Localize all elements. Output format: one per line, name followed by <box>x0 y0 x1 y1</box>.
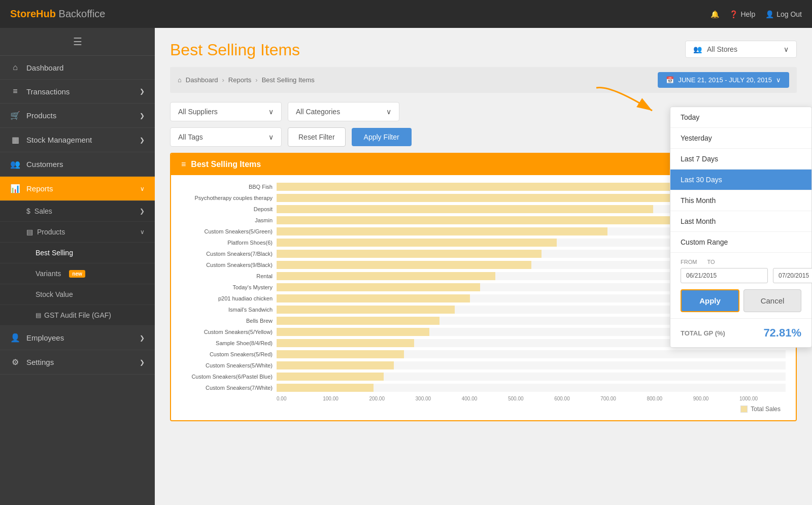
sidebar-item-gst[interactable]: ▤ GST Audit File (GAF) <box>0 305 155 326</box>
reports-icon: 📊 <box>10 184 20 193</box>
sidebar-item-dashboard[interactable]: ⌂ Dashboard <box>0 56 155 80</box>
dollar-icon: $ <box>26 207 30 215</box>
dropdown-option-last30[interactable]: Last 30 Days <box>670 170 811 190</box>
to-date-input[interactable] <box>773 268 812 283</box>
store-icon: 👥 <box>693 45 702 53</box>
bar-fill <box>277 373 384 381</box>
calendar-icon: 📅 <box>666 76 674 84</box>
sidebar-item-transactions[interactable]: ≡ Transactions ❯ <box>0 80 155 104</box>
brand-logo: StoreHub Backoffice <box>10 8 710 20</box>
dropdown-option-custom[interactable]: Custom Range <box>670 232 811 253</box>
x-axis-label: 1000.00 <box>739 396 786 401</box>
date-dropdown-panel: TodayYesterdayLast 7 DaysLast 30 DaysThi… <box>670 107 812 348</box>
new-badge: new <box>69 270 85 278</box>
customers-icon: 👥 <box>10 159 20 169</box>
bar-container <box>277 350 786 358</box>
dropdown-option-yesterday[interactable]: Yesterday <box>670 128 811 149</box>
x-axis-label: 800.00 <box>647 396 693 401</box>
x-axis-label: 0.00 <box>277 396 323 401</box>
sidebar-item-sales[interactable]: $ Sales ❯ <box>0 201 155 222</box>
bell-icon: 🔔 <box>710 10 719 18</box>
x-axis-label: 300.00 <box>416 396 462 401</box>
sidebar-item-stock[interactable]: ▦ Stock Management ❯ <box>0 128 155 152</box>
bar-label: Today's Mystery <box>181 284 273 290</box>
apply-range-button[interactable]: Apply <box>681 289 739 312</box>
reset-filter-button[interactable]: Reset Filter <box>288 127 346 147</box>
x-axis-label: 100.00 <box>323 396 369 401</box>
gst-label: GST Audit File (GAF) <box>44 311 111 319</box>
bar-label: Custom Sneakers(5/Red) <box>181 351 273 357</box>
custom-range-section: FROM TO Apply Cancel <box>670 253 811 318</box>
sidebar-item-reports[interactable]: 📊 Reports ∨ <box>0 177 155 201</box>
menu-icon: ≡ <box>181 160 186 169</box>
bar-fill <box>277 261 531 269</box>
apply-filter-button[interactable]: Apply Filter <box>352 128 412 146</box>
chevron-icon: ❯ <box>140 334 145 342</box>
cancel-range-button[interactable]: Cancel <box>743 289 801 312</box>
brand-back: Backoffice <box>56 8 105 19</box>
category-label: All Categories <box>296 108 340 116</box>
notification-bell[interactable]: 🔔 <box>710 10 719 18</box>
sidebar-item-variants[interactable]: Variants new <box>0 263 155 284</box>
bar-label: Psychotherapy couples therapy <box>181 195 273 201</box>
supplier-filter[interactable]: All Suppliers ∨ <box>170 102 282 121</box>
main-content: Best Selling Items 👥 All Stores ∨ ⌂ <box>155 28 812 505</box>
top-nav-actions: 🔔 ❓ Help 👤 Log Out <box>710 10 802 18</box>
chevron-down-icon: ∨ <box>140 185 145 192</box>
bar-fill <box>277 328 429 336</box>
dropdown-option-this-month[interactable]: This Month <box>670 190 811 211</box>
chevron-icon: ❯ <box>140 137 145 144</box>
x-axis-label: 200.00 <box>369 396 415 401</box>
sidebar-toggle[interactable]: ☰ <box>0 28 155 56</box>
sidebar-item-best-selling[interactable]: Best Selling <box>0 243 155 263</box>
chevron-icon: ❯ <box>140 208 145 215</box>
brand-store: StoreHub <box>10 8 56 19</box>
sidebar-item-products-report[interactable]: ▤ Products ∨ <box>0 222 155 243</box>
products-icon: 🛒 <box>10 111 20 120</box>
variants-label: Variants <box>36 270 61 278</box>
sidebar-item-customers[interactable]: 👥 Customers <box>0 152 155 177</box>
bar-label: Sample Shoe(8/4/Red) <box>181 340 273 346</box>
help-link[interactable]: ❓ Help <box>729 10 755 18</box>
bar-row: Custom Sneakers(7/White) <box>181 384 786 392</box>
x-axis-label: 900.00 <box>693 396 739 401</box>
bar-row: Custom Sneakers(6/Pastel Blue) <box>181 373 786 381</box>
sidebar-item-label: Employees <box>26 333 64 342</box>
logout-link[interactable]: 👤 Log Out <box>765 10 802 18</box>
dropdown-option-last7[interactable]: Last 7 Days <box>670 149 811 170</box>
bar-fill <box>277 294 470 302</box>
date-range-label: JUNE 21, 2015 - JULY 20, 2015 <box>678 76 772 84</box>
sidebar-item-settings[interactable]: ⚙ Settings ❯ <box>0 350 155 375</box>
bar-fill <box>277 227 607 235</box>
transactions-icon: ≡ <box>10 87 20 96</box>
breadcrumb-home[interactable]: Dashboard <box>186 76 218 84</box>
sidebar-item-products[interactable]: 🛒 Products ❯ <box>0 104 155 128</box>
store-label: All Stores <box>707 45 737 53</box>
category-filter[interactable]: All Categories ∨ <box>288 102 399 121</box>
bar-fill <box>277 384 374 392</box>
bar-fill <box>277 205 653 213</box>
stock-icon: ▦ <box>10 135 20 145</box>
breadcrumb-row: ⌂ Dashboard › Reports › Best Selling Ite… <box>170 67 797 93</box>
separator: › <box>222 76 224 84</box>
bar-fill <box>277 361 394 369</box>
legend-box <box>740 406 748 413</box>
store-selector[interactable]: 👥 All Stores ∨ <box>685 41 797 58</box>
from-date-input[interactable] <box>681 268 768 283</box>
date-range-button[interactable]: 📅 JUNE 21, 2015 - JULY 20, 2015 ∨ <box>658 72 789 88</box>
sidebar-item-employees[interactable]: 👤 Employees ❯ <box>0 326 155 350</box>
sidebar-item-stock-value[interactable]: Stock Value <box>0 284 155 305</box>
help-icon: ❓ <box>729 10 738 18</box>
best-selling-label: Best Selling <box>36 249 73 257</box>
dropdown-option-today[interactable]: Today <box>670 107 811 128</box>
tags-filter[interactable]: All Tags ∨ <box>170 127 282 147</box>
sub-item-label: Sales <box>35 207 52 215</box>
chevron-down-icon: ∨ <box>140 228 145 235</box>
chevron-down-icon: ∨ <box>386 108 391 116</box>
chart-title: Best Selling Items <box>191 160 261 169</box>
bar-container <box>277 361 786 369</box>
range-actions: Apply Cancel <box>681 289 801 312</box>
breadcrumb-parent[interactable]: Reports <box>228 76 252 84</box>
x-axis-label: 500.00 <box>508 396 554 401</box>
dropdown-option-last-month[interactable]: Last Month <box>670 211 811 232</box>
